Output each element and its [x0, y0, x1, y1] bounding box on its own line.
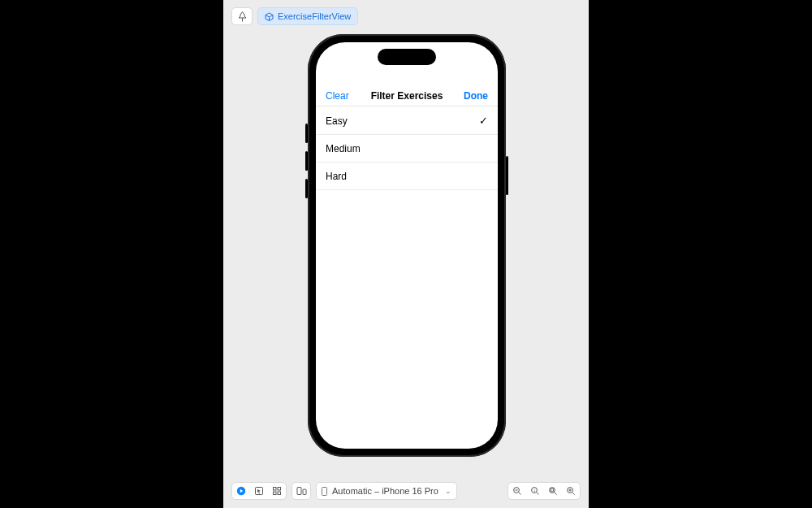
cursor-rect-icon	[254, 486, 264, 496]
struct-icon	[265, 12, 274, 21]
nav-divider	[316, 106, 498, 106]
filter-row-easy[interactable]: Easy ✓	[316, 107, 498, 135]
grid-icon	[272, 486, 282, 496]
svg-rect-5	[278, 492, 281, 495]
device-settings-group	[292, 482, 311, 500]
chevron-down-icon: ⌄	[445, 487, 451, 495]
play-circle-icon	[236, 486, 246, 496]
zoom-fit-icon	[548, 486, 558, 496]
svg-line-18	[572, 493, 575, 495]
device-settings-icon	[296, 486, 307, 496]
selectable-preview-button[interactable]	[250, 483, 268, 499]
svg-rect-2	[274, 488, 277, 491]
zoom-in-icon	[566, 486, 576, 496]
checkmark-icon: ✓	[479, 115, 488, 127]
pin-icon	[238, 11, 247, 22]
device-screen: Clear Filter Exercises Done Easy ✓ Mediu…	[316, 42, 498, 449]
filter-row-label: Hard	[326, 171, 347, 182]
filter-row-hard[interactable]: Hard	[316, 163, 498, 190]
filter-row-label: Easy	[326, 115, 348, 127]
svg-point-14	[550, 488, 555, 493]
zoom-100-icon: 1	[530, 486, 540, 496]
svg-rect-6	[297, 488, 301, 495]
zoom-in-button[interactable]	[562, 483, 580, 499]
clear-button[interactable]: Clear	[326, 90, 358, 102]
zoom-out-icon	[512, 486, 522, 496]
device-label: Automatic – iPhone 16 Pro	[332, 486, 438, 496]
variants-button[interactable]	[268, 483, 286, 499]
svg-line-9	[519, 493, 521, 495]
svg-line-15	[555, 493, 557, 495]
filter-list: Easy ✓ Medium Hard	[316, 107, 498, 190]
device-settings-button[interactable]	[292, 483, 310, 499]
preview-mode-group	[231, 482, 287, 500]
svg-rect-16	[551, 489, 553, 492]
filter-row-label: Medium	[326, 143, 361, 154]
svg-rect-4	[274, 492, 277, 495]
svg-rect-3	[278, 488, 281, 491]
zoom-fit-button[interactable]	[544, 483, 562, 499]
preview-view-name: ExerciseFilterView	[278, 11, 351, 21]
done-button[interactable]: Done	[456, 90, 488, 102]
zoom-out-button[interactable]	[508, 483, 526, 499]
dynamic-island	[378, 49, 436, 65]
svg-line-12	[537, 493, 539, 495]
zoom-actual-button[interactable]: 1	[526, 483, 544, 499]
preview-canvas: ExerciseFilterView Clear Filter Exercise…	[223, 0, 589, 508]
navigation-bar: Clear Filter Exercises Done	[316, 88, 498, 104]
device-frame: Clear Filter Exercises Done Easy ✓ Mediu…	[308, 34, 506, 457]
device-selector[interactable]: Automatic – iPhone 16 Pro ⌄	[316, 482, 457, 500]
preview-view-chip[interactable]: ExerciseFilterView	[257, 7, 358, 25]
svg-rect-7	[303, 489, 306, 495]
svg-text:1: 1	[533, 488, 536, 493]
pin-button[interactable]	[231, 7, 253, 25]
canvas-top-toolbar: ExerciseFilterView	[231, 7, 358, 25]
nav-title: Filter Exercises	[358, 90, 456, 102]
canvas-bottom-toolbar: Automatic – iPhone 16 Pro ⌄ 1	[231, 482, 581, 500]
zoom-group: 1	[508, 482, 581, 500]
live-preview-button[interactable]	[232, 483, 250, 499]
phone-icon	[322, 487, 327, 496]
filter-row-medium[interactable]: Medium	[316, 135, 498, 163]
